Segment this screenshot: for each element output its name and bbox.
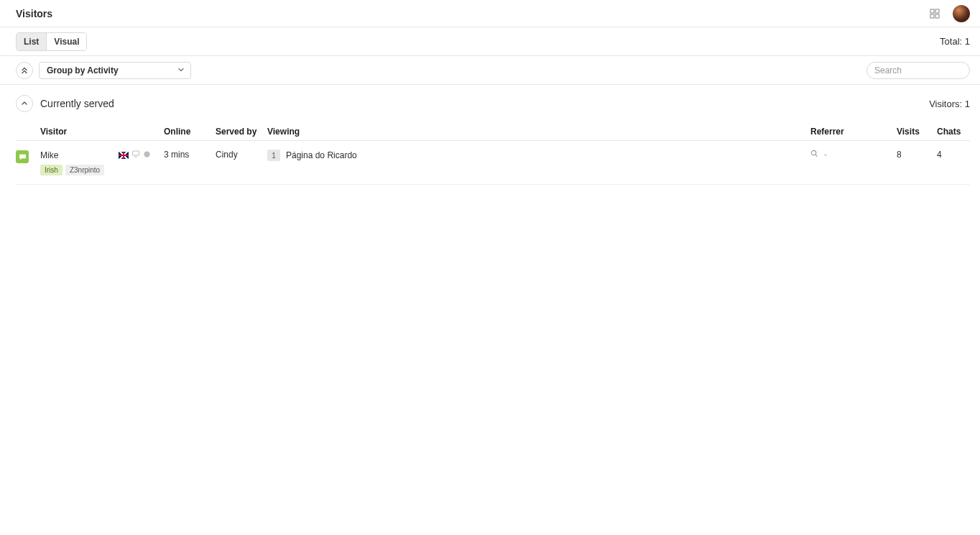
visitor-tag: Irish (40, 165, 63, 175)
total-count: Total: 1 (940, 36, 970, 47)
svg-rect-3 (935, 14, 939, 18)
grid-view-icon[interactable] (930, 9, 940, 19)
col-served-by: Served by (216, 127, 267, 137)
browser-icon (143, 150, 151, 160)
col-viewing: Viewing (267, 127, 810, 137)
section-toggle-button[interactable] (16, 95, 33, 112)
col-visitor: Visitor (40, 127, 164, 137)
section-count: Visitors: 1 (929, 99, 970, 109)
chevron-down-icon (177, 65, 185, 76)
col-online: Online (164, 127, 216, 137)
group-by-select[interactable]: Group by Activity (39, 62, 191, 79)
group-by-label: Group by Activity (47, 65, 119, 76)
svg-rect-2 (930, 14, 934, 18)
col-visits: Visits (897, 127, 937, 137)
svg-rect-0 (930, 9, 934, 13)
search-icon (810, 150, 818, 160)
section-title: Currently served (40, 98, 114, 109)
viewing-count-badge: 1 (267, 150, 280, 161)
cell-served-by: Cindy (216, 150, 267, 160)
cell-chats: 4 (937, 150, 970, 160)
tab-list[interactable]: List (17, 33, 46, 50)
flag-uk-icon (119, 152, 129, 159)
col-referrer: Referrer (810, 127, 897, 137)
view-tabs: List Visual (16, 32, 87, 51)
page-title: Visitors (16, 8, 52, 19)
visitor-name: Mike (40, 150, 58, 160)
cell-visits: 8 (897, 150, 937, 160)
chat-icon (16, 150, 29, 163)
table-header: Visitor Online Served by Viewing Referre… (16, 122, 970, 141)
col-chats: Chats (937, 127, 970, 137)
table-row[interactable]: Mike Irish Z3nrpinto 3 mins (16, 141, 970, 185)
svg-point-6 (144, 151, 149, 157)
svg-rect-4 (133, 151, 139, 155)
desktop-icon (131, 150, 140, 160)
collapse-all-button[interactable] (16, 62, 33, 79)
search-input[interactable] (866, 62, 970, 79)
viewing-page: Página do Ricardo (286, 150, 357, 160)
cell-online: 3 mins (164, 150, 216, 160)
user-avatar[interactable] (953, 5, 970, 22)
cell-referrer: - (824, 150, 827, 160)
svg-rect-1 (935, 9, 939, 13)
tab-visual[interactable]: Visual (46, 33, 86, 50)
svg-point-7 (811, 150, 815, 155)
visitor-tag: Z3nrpinto (65, 165, 104, 175)
svg-line-8 (815, 155, 817, 156)
